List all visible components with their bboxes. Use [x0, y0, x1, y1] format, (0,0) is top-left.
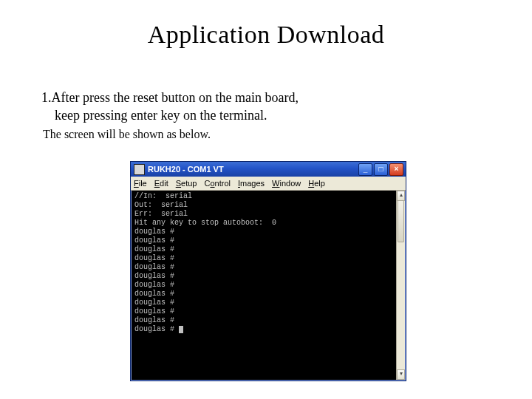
menu-file[interactable]: File: [134, 179, 147, 188]
maximize-button[interactable]: □: [374, 163, 388, 176]
minimize-button[interactable]: _: [358, 163, 372, 176]
close-button[interactable]: ×: [389, 163, 403, 176]
menu-edit[interactable]: Edit: [154, 179, 168, 188]
menu-help[interactable]: Help: [308, 179, 325, 188]
menu-control[interactable]: Control: [204, 179, 230, 188]
instruction-line-3: The screen will be shown as below.: [41, 126, 299, 143]
terminal-window: RUKH20 - COM1 VT _ □ × File Edit Setup C…: [130, 161, 406, 381]
menu-setup[interactable]: Setup: [176, 179, 197, 188]
terminal-output[interactable]: //In: serial Out: serial Err: serial Hit…: [132, 191, 397, 380]
titlebar[interactable]: RUKH20 - COM1 VT _ □ ×: [131, 162, 406, 177]
page-title: Application Download: [0, 21, 532, 49]
scroll-down-button[interactable]: ▾: [397, 369, 405, 380]
cursor-icon: [179, 326, 183, 333]
menubar: File Edit Setup Control Images Window He…: [131, 177, 406, 191]
slide: Application Download 1.After press the r…: [0, 0, 532, 399]
scroll-up-button[interactable]: ▴: [397, 191, 405, 201]
window-title: RUKH20 - COM1 VT: [148, 165, 358, 174]
instruction-text: 1.After press the reset button on the ma…: [41, 89, 299, 142]
instruction-line-1: 1.After press the reset button on the ma…: [41, 89, 299, 106]
instruction-line-2: keep pressing enter key on the terminal.: [41, 106, 299, 124]
app-icon: [134, 164, 145, 175]
menu-images[interactable]: Images: [238, 179, 265, 188]
scroll-thumb[interactable]: [398, 200, 404, 242]
window-buttons: _ □ ×: [358, 163, 403, 176]
menu-window[interactable]: Window: [272, 179, 301, 188]
scrollbar[interactable]: ▴ ▾: [396, 191, 405, 380]
